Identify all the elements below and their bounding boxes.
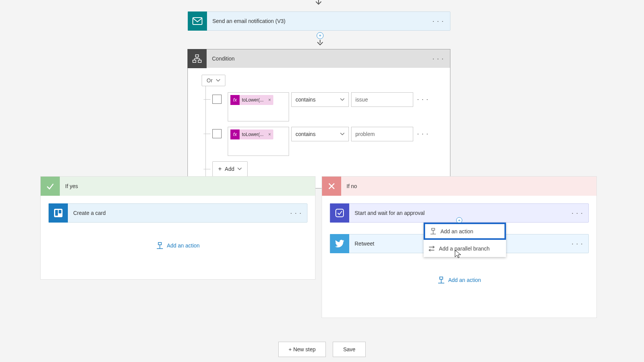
branch-yes-header[interactable]: If yes [41,177,315,196]
tree-branch [204,134,210,134]
tree-branch [204,99,210,100]
branch-if-no: If no Start and wait for an approval · ·… [322,176,597,318]
svg-rect-11 [55,210,58,216]
flow-arrow-top [318,0,319,7]
twitter-icon [330,234,349,253]
tree-branch [204,169,210,169]
token-label: toLower(... [240,132,266,137]
step-menu-icon[interactable]: · · · [426,17,450,25]
popup-add-parallel[interactable]: Add a parallel branch [424,240,506,257]
add-action-icon [437,276,445,284]
svg-rect-24 [440,277,443,279]
add-action-icon [156,242,164,249]
condition-row-1: fx toLower(... × contains issue · · · [202,92,436,121]
save-button[interactable]: Save [333,342,366,357]
step-title: Create a card [68,210,285,216]
svg-rect-5 [198,60,201,62]
step-menu-icon[interactable]: · · · [285,209,307,217]
svg-rect-13 [158,242,161,245]
remove-token-icon[interactable]: × [266,132,273,137]
operator-dropdown[interactable]: contains [291,127,349,141]
plus-icon: + [218,165,222,172]
approval-icon [330,203,349,223]
step-create-card[interactable]: Create a card · · · [48,203,307,223]
expression-token[interactable]: fx toLower(... × [230,95,273,105]
add-action-icon [430,228,437,235]
value-text: issue [355,97,368,103]
add-label: Add [225,166,234,172]
fx-icon: fx [230,129,240,139]
insert-step-popup: Add an action Add a parallel branch [424,223,506,257]
condition-title: Condition [207,56,426,62]
parallel-branch-icon [428,246,435,251]
popup-add-action[interactable]: Add an action [424,223,506,240]
new-step-button[interactable]: + New step [278,342,326,357]
branch-no-header[interactable]: If no [322,177,596,196]
add-step-button[interactable]: + [317,32,324,39]
mouse-cursor-icon [454,249,462,260]
add-action-button[interactable]: Add an action [330,276,589,284]
row-checkbox[interactable] [212,95,222,104]
expression-input[interactable]: fx toLower(... × [228,92,289,121]
step-menu-icon[interactable]: · · · [426,55,450,63]
operator-value: contains [296,131,315,137]
logic-operator-dropdown[interactable]: Or [202,75,225,86]
branch-title: If no [341,183,592,189]
condition-row-2: fx toLower(... × contains problem · · · [202,127,436,156]
step-menu-icon[interactable]: · · · [566,209,588,217]
chevron-down-icon [316,40,324,46]
close-icon [322,177,341,196]
row-menu-icon[interactable]: · · · [417,92,429,103]
chevron-down-icon [237,167,242,170]
chevron-down-icon [340,133,345,136]
value-text: problem [355,131,375,137]
popup-item-label: Add an action [440,228,473,234]
svg-rect-1 [193,18,202,25]
svg-rect-12 [59,210,61,213]
branch-if-yes: If yes Create a card · · · Add an action [40,176,315,280]
operator-dropdown[interactable]: contains [291,92,349,107]
token-label: toLower(... [240,97,266,103]
fx-icon: fx [230,95,240,105]
chevron-down-icon [340,98,345,101]
branch-title: If yes [60,183,310,189]
add-action-label: Add an action [167,242,200,249]
step-menu-icon[interactable]: · · · [566,240,588,248]
step-condition[interactable]: Condition · · · Or fx [187,49,450,188]
operator-value: contains [296,97,315,103]
remove-token-icon[interactable]: × [266,97,273,103]
row-menu-icon[interactable]: · · · [417,127,429,138]
value-input[interactable]: issue [351,92,413,107]
logic-label: Or [207,77,213,84]
popup-item-label: Add a parallel branch [439,246,490,252]
svg-rect-4 [193,60,196,62]
condition-icon [187,49,207,68]
add-action-label: Add an action [448,277,481,283]
svg-rect-19 [432,228,435,230]
condition-header[interactable]: Condition · · · [188,49,450,68]
expression-input[interactable]: fx toLower(... × [228,127,289,156]
add-condition-button[interactable]: + Add [212,161,248,177]
value-input[interactable]: problem [351,127,413,141]
footer-actions: + New step Save [0,342,644,357]
flow-insert-connector-1: + [316,31,324,48]
row-checkbox[interactable] [212,129,222,138]
svg-rect-3 [196,55,199,57]
step-title: Start and wait for an approval [349,210,566,216]
condition-body: Or fx toLower(... × [188,68,450,188]
expression-token[interactable]: fx toLower(... × [230,129,273,139]
chevron-down-icon [216,79,220,82]
trello-icon [49,203,68,223]
add-action-button[interactable]: Add an action [48,242,307,249]
mail-icon [188,11,207,31]
check-icon [41,177,60,196]
step-email-notification[interactable]: Send an email notification (V3) · · · [187,11,450,31]
svg-rect-18 [336,209,343,217]
step-title: Send an email notification (V3) [207,18,426,24]
